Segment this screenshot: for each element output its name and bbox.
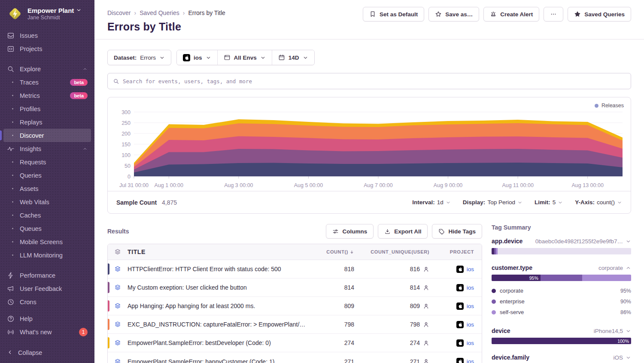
collapse-button[interactable]: Collapse [0, 342, 94, 363]
header-actions: Set as DefaultSave as…Create AlertSaved … [363, 7, 631, 21]
sidebar-item-discover[interactable]: Discover [3, 129, 91, 142]
sidebar-item-caches[interactable]: Caches [3, 209, 91, 222]
sidebar-item-issues[interactable]: Issues [3, 29, 91, 42]
layers-icon[interactable] [108, 321, 128, 328]
sidebar-item-profiles[interactable]: Profiles [3, 102, 91, 115]
layers-icon[interactable] [108, 284, 128, 291]
tag-legend-row[interactable]: self-serve86% [492, 307, 631, 318]
sidebar-item-performance[interactable]: Performance [3, 269, 91, 282]
row-title-link[interactable]: My Custom exeption: User clicked the but… [128, 284, 308, 291]
interval-selector[interactable]: Interval:1d [412, 199, 451, 206]
control-label: Y-Axis: [575, 199, 595, 206]
project-filter[interactable]: ios [177, 50, 217, 65]
layers-icon[interactable] [108, 302, 128, 309]
tag-header[interactable]: device.familyiOS [492, 354, 631, 361]
create-alert-button[interactable]: Create Alert [483, 7, 539, 21]
sidebar-item-traces[interactable]: Tracesbeta [3, 76, 91, 89]
chevron-down-icon[interactable] [626, 355, 631, 360]
project-link[interactable]: ios [467, 284, 474, 291]
display-selector[interactable]: Display:Top Period [463, 199, 522, 206]
sidebar-item-assets[interactable]: Assets [3, 182, 91, 195]
row-project-cell: ios [434, 284, 482, 291]
svg-text:Jul 31 00:00: Jul 31 00:00 [119, 182, 149, 188]
layers-icon[interactable] [108, 358, 128, 363]
sidebar-item-llm-monitoring[interactable]: LLM Monitoring [3, 248, 91, 262]
row-title-link[interactable]: EmpowerPlant.SampleError: happyCustomer … [128, 358, 308, 363]
layers-icon [108, 248, 128, 255]
environment-filter[interactable]: All Envs [217, 50, 272, 65]
row-title-link[interactable]: EmpowerPlant.SampleError: bestDeveloper … [128, 339, 308, 346]
layers-icon[interactable] [108, 266, 128, 272]
tag-distribution-bar[interactable]: 95% [492, 275, 631, 281]
sidebar-item-crons[interactable]: Crons [3, 295, 91, 309]
project-link[interactable]: ios [467, 321, 474, 328]
row-title-link[interactable]: HTTPClientError: HTTP Client Error with … [128, 266, 308, 272]
search-input[interactable] [123, 78, 626, 85]
sidebar-item-queues[interactable]: Queues [3, 222, 91, 235]
sidebar-item-requests[interactable]: Requests [3, 155, 91, 169]
tag-header[interactable]: customer.typecorporate [492, 264, 631, 271]
layers-icon[interactable] [108, 339, 128, 346]
column-header-title[interactable]: TITLE [128, 248, 308, 255]
tag-legend-row[interactable]: corporate95% [492, 285, 631, 296]
save-as-button[interactable]: Save as… [428, 7, 479, 21]
bullet-icon [7, 161, 18, 163]
sidebar-item-insights[interactable]: Insights [3, 142, 91, 155]
set-as-default-button[interactable]: Set as Default [363, 7, 424, 21]
tag-header[interactable]: deviceiPhone14,5 [492, 327, 631, 334]
date-range-filter[interactable]: 14D [272, 50, 314, 65]
limit-selector[interactable]: Limit:5 [535, 199, 563, 206]
apple-icon [183, 54, 190, 61]
bullet-icon [7, 82, 18, 83]
stacked-area-chart[interactable]: 050100150200250300Jul 31 00:00Aug 1 00:0… [114, 109, 625, 191]
tag-header[interactable]: app.device0baebc0de4982f1255f2e9e9fb7… [492, 238, 631, 245]
column-header-count-unique-user[interactable]: COUNT_UNIQUE(USER) [358, 249, 434, 254]
count-unique-number: 274 [410, 339, 420, 346]
breadcrumb-separator: › [134, 9, 136, 16]
sidebar-item-projects[interactable]: Projects [3, 42, 91, 55]
y-axis-selector[interactable]: Y-Axis:count() [575, 199, 622, 206]
button-label: Save as… [445, 11, 473, 18]
control-label: Limit: [535, 199, 550, 206]
sidebar-item-queries[interactable]: Queries [3, 169, 91, 182]
columns-icon [332, 228, 339, 235]
tag-legend-row[interactable]: enterprise90% [492, 296, 631, 307]
sidebar-item-metrics[interactable]: Metricsbeta [3, 89, 91, 102]
sidebar-item-mobile-screens[interactable]: Mobile Screens [3, 235, 91, 248]
sidebar-item-replays[interactable]: Replays [3, 115, 91, 129]
sidebar-item-web-vitals[interactable]: Web Vitals [3, 195, 91, 209]
tag-distribution-bar[interactable] [492, 248, 631, 254]
table-row: EXC_BAD_INSTRUCTION: captureFatalError: … [108, 315, 482, 334]
sidebar-item-explore[interactable]: Explore [3, 62, 91, 76]
sidebar-item-user-feedback[interactable]: User Feedback [3, 282, 91, 295]
hide-tags-button[interactable]: Hide Tags [432, 224, 482, 239]
row-title-link[interactable]: EXC_BAD_INSTRUCTION: captureFatalError: … [128, 321, 308, 328]
sidebar-item-help[interactable]: Help [3, 312, 91, 325]
project-link[interactable]: ios [467, 358, 474, 363]
export-all-button[interactable]: Export All [378, 224, 428, 239]
legend-name: enterprise [500, 298, 525, 305]
sidebar-item-label: Crons [20, 299, 36, 306]
saved-queries-button[interactable]: Saved Queries [568, 7, 631, 21]
chevron-up-icon[interactable] [626, 265, 631, 271]
row-title-link[interactable]: App Hanging: App hanging for at least 20… [128, 302, 308, 309]
dataset-selector[interactable]: Dataset: Errors [107, 50, 171, 65]
chevron-down-icon[interactable] [626, 328, 631, 334]
chevron-down-icon[interactable] [626, 239, 631, 244]
column-header-project[interactable]: PROJECT [434, 249, 482, 254]
tag-summary-panel: Tag Summary app.device0baebc0de4982f1255… [492, 224, 631, 363]
columns-button[interactable]: Columns [326, 224, 374, 239]
more-options-button[interactable] [544, 7, 563, 21]
project-link[interactable]: ios [467, 266, 474, 272]
breadcrumb-item[interactable]: Discover [107, 9, 131, 16]
sidebar-item-what-s-new[interactable]: What's new1 [3, 325, 91, 339]
row-count-value: 271 [308, 358, 358, 363]
org-switcher[interactable]: Empower Plant Jane Schmidt [0, 0, 94, 26]
releases-legend[interactable]: Releases [595, 103, 624, 109]
tag-distribution-bar[interactable]: 100% [492, 338, 631, 344]
breadcrumb-item[interactable]: Saved Queries [140, 9, 179, 16]
project-link[interactable]: ios [467, 340, 474, 346]
column-header-count[interactable]: COUNT() [308, 249, 358, 254]
project-link[interactable]: ios [467, 303, 474, 309]
svg-text:200: 200 [122, 131, 131, 137]
